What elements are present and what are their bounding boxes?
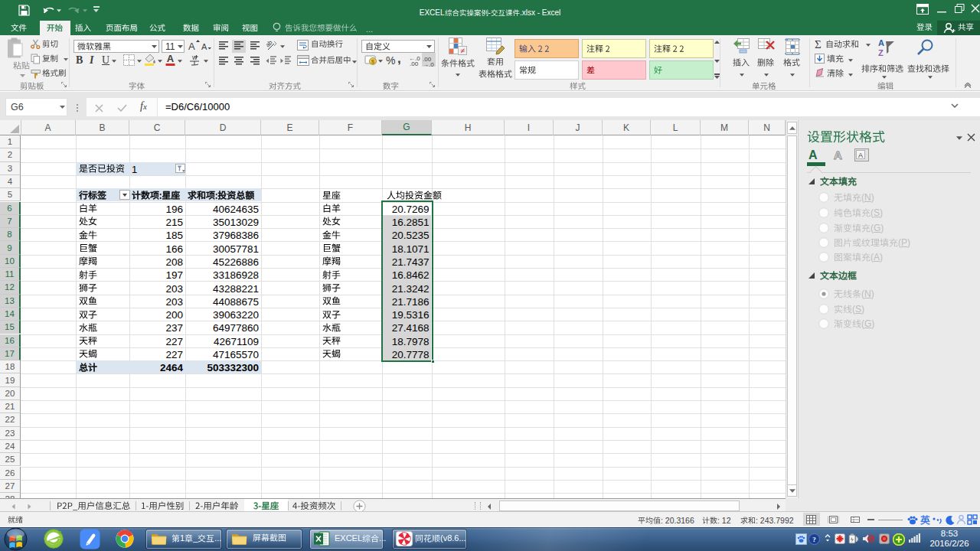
svg-text:A: A [878,38,884,47]
svg-text:ab: ab [266,40,274,49]
svg-text:.00: .00 [410,60,419,66]
svg-text:$: $ [371,58,375,65]
svg-text:≠: ≠ [460,46,465,55]
svg-text:Z: Z [878,48,884,57]
svg-text:?: ? [812,536,816,543]
svg-text:A: A [858,152,863,159]
svg-text:A: A [834,148,842,161]
svg-text:A: A [167,54,175,64]
svg-text:A: A [201,42,207,51]
svg-text:→.0: →.0 [423,61,434,67]
svg-text:A: A [188,41,195,51]
